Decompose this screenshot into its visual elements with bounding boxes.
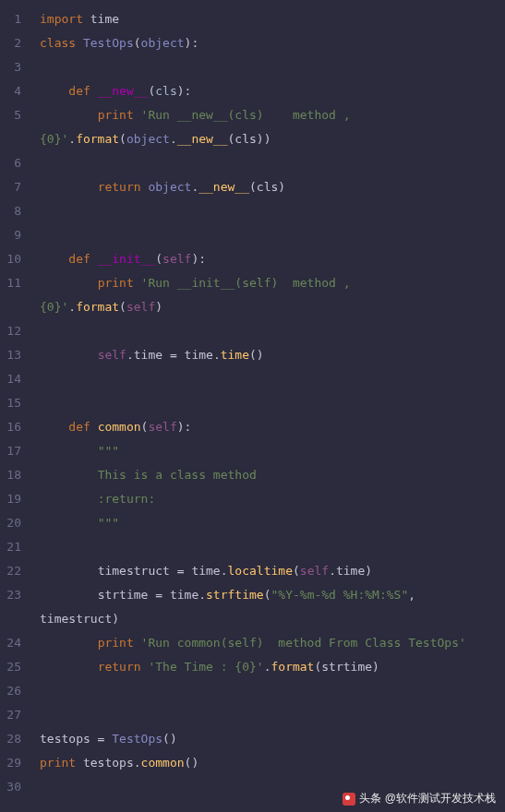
- code-line[interactable]: [40, 319, 505, 343]
- line-number: 19: [0, 487, 25, 511]
- line-number: [0, 607, 25, 631]
- line-number: 3: [0, 55, 25, 79]
- line-number: 5: [0, 103, 25, 127]
- code-line[interactable]: print 'Run __init__(self) method ,: [40, 271, 505, 295]
- line-number: 27: [0, 703, 25, 727]
- line-number: 6: [0, 151, 25, 175]
- code-line[interactable]: [40, 55, 505, 79]
- code-line[interactable]: return object.__new__(cls): [40, 175, 505, 199]
- code-line[interactable]: print 'Run common(self) method From Clas…: [40, 631, 505, 655]
- line-number: 26: [0, 679, 25, 703]
- line-number: 17: [0, 439, 25, 463]
- code-line[interactable]: [40, 703, 505, 727]
- code-line[interactable]: This is a class method: [40, 463, 505, 487]
- line-number: 7: [0, 175, 25, 199]
- code-line[interactable]: [40, 151, 505, 175]
- code-line[interactable]: print testops.common(): [40, 751, 505, 775]
- code-line[interactable]: """: [40, 439, 505, 463]
- code-line[interactable]: [40, 535, 505, 559]
- code-line[interactable]: [40, 367, 505, 391]
- line-number: 14: [0, 367, 25, 391]
- line-number: 22: [0, 559, 25, 583]
- watermark-text: 头条 @软件测试开发技术栈: [359, 791, 496, 806]
- code-line[interactable]: def __new__(cls):: [40, 79, 505, 103]
- code-line[interactable]: [40, 199, 505, 223]
- watermark: 头条 @软件测试开发技术栈: [343, 791, 496, 806]
- line-number: 25: [0, 655, 25, 679]
- code-line[interactable]: import time: [40, 7, 505, 31]
- line-number: 28: [0, 727, 25, 751]
- code-line[interactable]: timestruct = time.localtime(self.time): [40, 559, 505, 583]
- line-number: 11: [0, 271, 25, 295]
- line-number: 12: [0, 319, 25, 343]
- line-number: 21: [0, 535, 25, 559]
- code-line[interactable]: [40, 391, 505, 415]
- code-line[interactable]: {0}'.format(object.__new__(cls)): [40, 127, 505, 151]
- line-number: [0, 295, 25, 319]
- code-area[interactable]: import timeclass TestOps(object): def __…: [32, 0, 505, 812]
- code-line[interactable]: """: [40, 511, 505, 535]
- line-number: 9: [0, 223, 25, 247]
- line-number: 4: [0, 79, 25, 103]
- code-line[interactable]: def __init__(self):: [40, 247, 505, 271]
- line-number-gutter: 1234567891011121314151617181920212223242…: [0, 0, 32, 812]
- code-line[interactable]: timestruct): [40, 607, 505, 631]
- line-number: 13: [0, 343, 25, 367]
- toutiao-icon: [343, 793, 355, 806]
- code-line[interactable]: return 'The Time : {0}'.format(strtime): [40, 655, 505, 679]
- line-number: 18: [0, 463, 25, 487]
- code-line[interactable]: strtime = time.strftime("%Y-%m-%d %H:%M:…: [40, 583, 505, 607]
- line-number: 10: [0, 247, 25, 271]
- code-line[interactable]: :return:: [40, 487, 505, 511]
- line-number: 8: [0, 199, 25, 223]
- code-line[interactable]: self.time = time.time(): [40, 343, 505, 367]
- code-line[interactable]: def common(self):: [40, 415, 505, 439]
- line-number: 30: [0, 775, 25, 799]
- code-line[interactable]: class TestOps(object):: [40, 31, 505, 55]
- line-number: 2: [0, 31, 25, 55]
- line-number: 15: [0, 391, 25, 415]
- line-number: 1: [0, 7, 25, 31]
- line-number: 23: [0, 583, 25, 607]
- code-line[interactable]: print 'Run __new__(cls) method ,: [40, 103, 505, 127]
- code-editor[interactable]: 1234567891011121314151617181920212223242…: [0, 0, 505, 812]
- code-line[interactable]: [40, 679, 505, 703]
- code-line[interactable]: {0}'.format(self): [40, 295, 505, 319]
- code-line[interactable]: testops = TestOps(): [40, 727, 505, 751]
- code-line[interactable]: [40, 223, 505, 247]
- line-number: 20: [0, 511, 25, 535]
- line-number: 16: [0, 415, 25, 439]
- line-number: [0, 127, 25, 151]
- line-number: 24: [0, 631, 25, 655]
- line-number: 29: [0, 751, 25, 775]
